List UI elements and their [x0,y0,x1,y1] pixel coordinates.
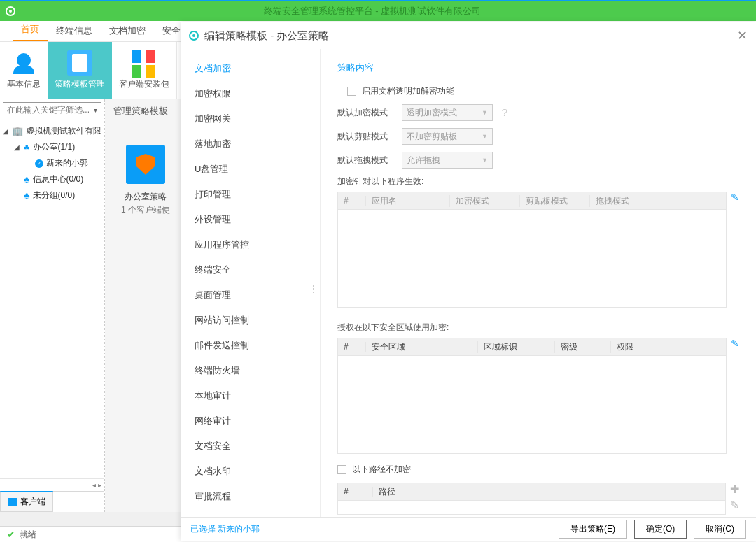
app-title: 终端安全管理系统管控平台 - 虚拟机测试软件有限公司 [264,5,482,17]
ribbon-client-pkg[interactable]: 客户端安装包 [112,42,176,99]
ribbon-policy-mgmt[interactable]: 策略模板管理 [48,42,112,99]
nav-landing-encrypt[interactable]: 落地加密 [181,131,320,157]
nav-doc-encrypt[interactable]: 文档加密 [181,56,320,81]
ok-button[interactable]: 确定(O) [634,520,687,539]
check-icon: ✓ [35,159,43,168]
col-zone: 安全区域 [366,341,478,353]
caret-icon[interactable]: ◢ [14,143,21,151]
selection-label: 已选择 新来的小郭 [190,523,260,535]
left-sidebar: ▾ ◢ 🏢 虚拟机测试软件有限 ◢ ♣ 办公室(1/1) ✓ 新来的小郭 ♣ 信… [0,99,105,512]
tree-unassigned-label: 未分组(0/0) [33,190,76,201]
col-appname: 应用名 [366,195,450,207]
nav-local-audit[interactable]: 本地审计 [181,383,320,408]
nav-peripheral-mgmt[interactable]: 外设管理 [181,207,320,232]
left-tab-client[interactable]: 客户端 [0,491,53,512]
add-path-button[interactable]: ✚ [730,483,739,496]
nav-approval-flow[interactable]: 审批流程 [181,484,320,509]
tab-doc-encrypt[interactable]: 文档加密 [101,20,154,41]
tree-hscroll[interactable]: ◂ ▸ [0,478,104,491]
policy-card-icon [126,145,165,184]
tree-office[interactable]: ◢ ♣ 办公室(1/1) [3,139,102,155]
col-hash: # [338,342,366,352]
edit-policy-modal: 编辑策略模板 - 办公室策略 ✕ 文档加密 加密权限 加密网关 落地加密 U盘管… [181,22,756,541]
ribbon-basic-info-label: 基本信息 [7,78,41,90]
group-icon: ♣ [24,190,30,201]
nav-app-control[interactable]: 应用程序管控 [181,232,320,257]
tree-unassigned[interactable]: ♣ 未分组(0/0) [3,187,102,204]
tree-user-label: 新来的小郭 [46,157,88,169]
org-tree: ◢ 🏢 虚拟机测试软件有限 ◢ ♣ 办公室(1/1) ✓ 新来的小郭 ♣ 信息中… [0,120,104,478]
modal-content: 策略内容 启用文档透明加解密功能 默认加密模式 透明加密模式 ▼ ? 默认剪贴模… [321,49,756,517]
modal-nav: 文档加密 加密权限 加密网关 落地加密 U盘管理 打印管理 外设管理 应用程序管… [181,49,321,517]
chevron-down-icon: ▼ [482,133,488,140]
app-titlebar: 终端安全管理系统管控平台 - 虚拟机测试软件有限公司 [0,0,756,21]
search-dropdown-icon[interactable]: ▾ [94,106,97,114]
tree-user[interactable]: ✓ 新来的小郭 [3,155,102,171]
nav-overflow-icon[interactable]: ⋮ [309,283,317,294]
zone-grid-body[interactable] [337,356,727,454]
status-check-icon: ✔ [7,529,15,540]
drag-mode-select[interactable]: 允许拖拽 ▼ [402,152,493,169]
tree-search-input[interactable]: ▾ [3,102,102,117]
edit-zones-button[interactable]: ✎ [731,338,739,349]
nav-print-mgmt[interactable]: 打印管理 [181,182,320,207]
policy-card[interactable]: 办公室策略 1 个客户端使 [119,145,172,216]
caret-icon[interactable]: ◢ [3,127,9,135]
org-icon: 🏢 [12,126,23,136]
nav-mail-control[interactable]: 邮件发送控制 [181,333,320,358]
program-grid-body[interactable] [337,210,727,308]
tree-info-center[interactable]: ♣ 信息中心(0/0) [3,171,102,187]
export-policy-button[interactable]: 导出策略(E) [559,520,627,539]
tab-home[interactable]: 首页 [13,19,48,41]
app-logo-icon [6,6,15,16]
modal-footer: 已选择 新来的小郭 导出策略(E) 确定(O) 取消(C) [181,517,756,541]
search-field[interactable] [7,105,94,115]
nav-desktop-mgmt[interactable]: 桌面管理 [181,283,320,308]
ribbon-client-pkg-label: 客户端安装包 [119,78,169,90]
row2-label: 默认剪贴模式 [337,131,396,143]
row1-label: 默认加密模式 [337,107,396,119]
group-icon: ♣ [24,142,30,152]
nav-network-audit[interactable]: 网络审计 [181,408,320,434]
encrypt-mode-select[interactable]: 透明加密模式 ▼ [402,104,493,121]
nav-firewall[interactable]: 终端防火墙 [181,358,320,383]
zone-grid-header: # 安全区域 区域标识 密级 权限 [337,338,727,356]
section-title: 策略内容 [337,62,739,74]
nav-usb-mgmt[interactable]: U盘管理 [181,157,320,182]
nav-web-access[interactable]: 网站访问控制 [181,308,320,333]
col-zone-id: 区域标识 [478,341,555,353]
path-grid-body[interactable] [337,501,726,515]
tree-office-label: 办公室(1/1) [33,141,76,153]
tree-root[interactable]: ◢ 🏢 虚拟机测试软件有限 [3,123,102,139]
encrypt-mode-value: 透明加密模式 [407,107,457,119]
nav-terminal-security[interactable]: 终端安全 [181,257,320,283]
nav-encrypt-gateway[interactable]: 加密网关 [181,106,320,131]
tree-root-label: 虚拟机测试软件有限 [26,125,102,137]
col-encrypt-mode: 加密模式 [450,195,520,207]
nav-doc-watermark[interactable]: 文档水印 [181,459,320,484]
modal-close-button[interactable]: ✕ [737,28,748,43]
row3-label: 默认拖拽模式 [337,155,396,166]
col-drag-mode: 拖拽模式 [590,195,726,207]
path-exclude-checkbox[interactable] [337,465,346,474]
nav-encrypt-perm[interactable]: 加密权限 [181,81,320,106]
enable-encrypt-checkbox[interactable] [347,87,356,96]
document-icon [67,50,92,76]
zone-list-label: 授权在以下安全区域使用加密: [337,322,739,334]
clipboard-mode-select[interactable]: 不加密剪贴板 ▼ [402,128,493,145]
help-icon[interactable]: ? [498,106,511,119]
policy-card-subtitle: 1 个客户端使 [119,204,172,216]
col-level: 密级 [555,341,611,353]
edit-programs-button[interactable]: ✎ [731,192,739,203]
ribbon-basic-info[interactable]: 基本信息 [0,42,48,99]
tab-terminal-info[interactable]: 终端信息 [48,20,101,41]
person-icon [11,50,36,76]
ribbon-policy-mgmt-label: 策略模板管理 [55,78,105,90]
edit-path-button[interactable]: ✎ [730,499,739,512]
modal-title: 编辑策略模板 - 办公室策略 [204,29,329,43]
nav-addon-features[interactable]: 附属功能 [181,509,320,517]
drag-mode-value: 允许拖拽 [407,155,440,166]
nav-doc-security[interactable]: 文档安全 [181,434,320,459]
cancel-button[interactable]: 取消(C) [694,520,746,539]
col-path: 路径 [373,486,725,498]
